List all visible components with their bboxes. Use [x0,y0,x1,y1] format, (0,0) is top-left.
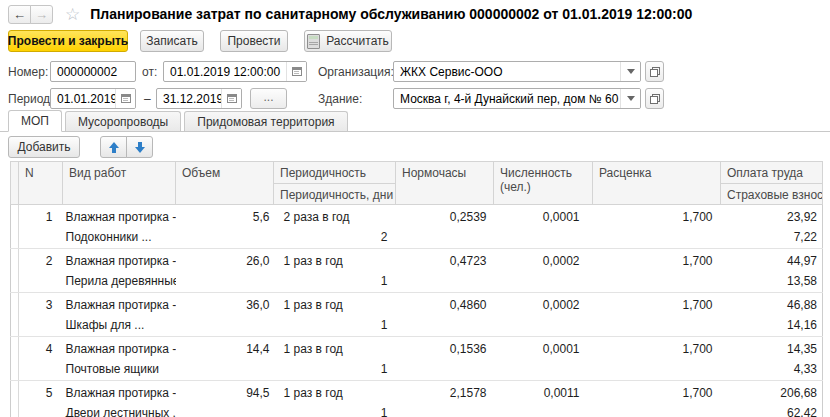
building-field[interactable]: Москва г, 4-й Дунайский пер, дом № 60 [393,88,641,109]
header-periodicity-days: Периодичность, дни [274,184,396,205]
post-button[interactable]: Провести [220,30,288,52]
organization-open-button[interactable] [645,61,664,82]
cell-work-type[interactable]: Влажная протирка -Двери лестничных ... [63,381,176,417]
back-arrow-icon: ← [13,7,26,22]
calculate-button[interactable]: Рассчитать [304,30,392,52]
cell-staff-count[interactable]: 0,0011 [494,381,593,417]
cell-staff-count[interactable]: 0,0001 [494,337,593,381]
norm-hours-value: 0,2539 [396,210,494,224]
up-arrow-icon [109,142,119,153]
cell-staff-count[interactable]: 0,0002 [494,293,593,337]
tab-musoroprovody[interactable]: Мусоропроводы [65,111,181,131]
document-date-calendar-button[interactable] [286,62,306,81]
header-rate: Расценка [593,162,721,205]
title-bar: ← → ☆ Планирование затрат по санитарному… [0,0,830,28]
building-value: Москва г, 4-й Дунайский пер, дом № 60 [394,89,620,108]
table-row[interactable]: 3 Влажная протирка -Шкафы для ... 36,0 1… [11,293,823,337]
cell-volume[interactable]: 5,6 [176,205,274,249]
table-row[interactable]: 1 Влажная протирка -Подоконники ... 5,6 … [11,205,823,249]
table-row[interactable]: 4 Влажная протирка -Почтовые ящики 14,4 … [11,337,823,381]
cell-norm-hours[interactable]: 0,2539 [396,205,494,249]
cell-volume[interactable]: 94,5 [176,381,274,417]
favorite-star-icon[interactable]: ☆ [65,6,80,23]
cell-norm-hours[interactable]: 2,1578 [396,381,494,417]
cell-norm-hours[interactable]: 0,1536 [396,337,494,381]
cell-row-number[interactable]: 4 [19,337,63,381]
insurance-value: 62,42 [721,406,823,417]
cell-volume[interactable]: 36,0 [176,293,274,337]
cell-work-type[interactable]: Влажная протирка -Почтовые ящики [63,337,176,381]
cell-rate[interactable]: 1,700 [593,293,721,337]
move-up-button[interactable] [100,136,127,158]
number-field[interactable]: 000000002 [50,61,136,82]
cell-pay[interactable]: 206,6862,42 [721,381,823,417]
cell-periodicity[interactable]: 1 раз в год1 [274,337,396,381]
tab-pridomovaya-territoriya[interactable]: Придомовая территория [184,111,347,131]
cell-volume[interactable]: 26,0 [176,249,274,293]
header-periodicity: Периодичность [274,162,396,184]
row-number: 5 [19,386,63,400]
cell-rate[interactable]: 1,700 [593,205,721,249]
table-row[interactable]: 2 Влажная протирка -Перила деревянные ..… [11,249,823,293]
calendar-icon [227,94,237,103]
calendar-icon [292,67,302,76]
organization-field[interactable]: ЖКХ Сервис-ООО [393,61,641,82]
pay-value: 206,68 [721,386,823,400]
add-row-button[interactable]: Добавить [8,136,80,158]
cell-rate[interactable]: 1,700 [593,381,721,417]
building-open-button[interactable] [645,88,664,109]
calculate-label: Рассчитать [326,34,389,48]
forward-button[interactable]: → [30,5,53,24]
header-insurance: Страховые взносы [721,184,823,205]
work-type-line2: Подоконники ... [63,230,176,244]
cell-row-marker [11,337,19,381]
cell-norm-hours[interactable]: 0,4860 [396,293,494,337]
from-label: от: [142,65,157,79]
post-and-close-button[interactable]: Провести и закрыть [8,30,128,52]
cell-pay[interactable]: 44,9713,58 [721,249,823,293]
cell-work-type[interactable]: Влажная протирка -Подоконники ... [63,205,176,249]
back-button[interactable]: ← [8,5,31,24]
organization-dropdown-button[interactable] [620,62,640,81]
period-to-field[interactable]: 31.12.2019 [156,88,242,109]
header-norm-hours: Нормочасы [396,162,494,205]
cell-row-number[interactable]: 5 [19,381,63,417]
cell-work-type[interactable]: Влажная протирка -Перила деревянные ... [63,249,176,293]
move-down-button[interactable] [126,136,153,158]
cell-periodicity[interactable]: 1 раз в год1 [274,293,396,337]
cell-pay[interactable]: 23,927,22 [721,205,823,249]
cell-volume[interactable]: 14,4 [176,337,274,381]
cell-norm-hours[interactable]: 0,4723 [396,249,494,293]
cell-staff-count[interactable]: 0,0002 [494,249,593,293]
cell-row-number[interactable]: 2 [19,249,63,293]
period-from-field[interactable]: 01.01.2019 [50,88,136,109]
period-to-calendar-button[interactable] [221,89,241,108]
work-type-line1: Влажная протирка - [63,386,176,400]
organization-value: ЖКХ Сервис-ООО [394,62,620,81]
document-date-field[interactable]: 01.01.2019 12:00:00 [163,61,307,82]
cell-periodicity[interactable]: 2 раза в год2 [274,205,396,249]
building-dropdown-button[interactable] [620,89,640,108]
cell-row-number[interactable]: 1 [19,205,63,249]
period-from-value: 01.01.2019 [51,89,115,108]
table-row[interactable]: 5 Влажная протирка -Двери лестничных ...… [11,381,823,417]
period-more-button[interactable]: ... [250,88,287,109]
cell-rate[interactable]: 1,700 [593,249,721,293]
cell-staff-count[interactable]: 0,0001 [494,205,593,249]
open-in-window-icon [650,67,660,77]
cell-row-number[interactable]: 3 [19,293,63,337]
cell-periodicity[interactable]: 1 раз в год1 [274,249,396,293]
cell-pay[interactable]: 46,8814,16 [721,293,823,337]
periodicity-days-value: 1 [274,274,396,288]
write-button[interactable]: Записать [140,30,204,52]
cell-pay[interactable]: 14,354,33 [721,337,823,381]
cell-periodicity[interactable]: 1 раз в год1 [274,381,396,417]
staff-count-value: 0,0001 [494,210,593,224]
period-from-calendar-button[interactable] [115,89,135,108]
document-header-form: Номер: 000000002 от: 01.01.2019 12:00:00… [0,58,830,110]
periodicity-days-value: 2 [274,230,396,244]
cell-rate[interactable]: 1,700 [593,337,721,381]
tab-mop[interactable]: МОП [8,110,62,132]
table-header: N Вид работ Объем Периодичность Нормочас… [11,162,823,205]
cell-work-type[interactable]: Влажная протирка -Шкафы для ... [63,293,176,337]
